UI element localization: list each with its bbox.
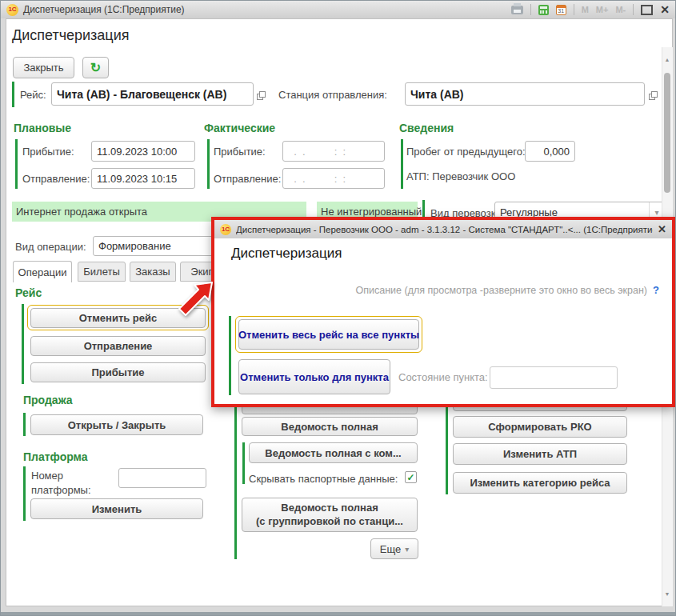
dialog-titlebar: 1С Диспетчеризация - Перевозчик ООО - ad… bbox=[214, 220, 672, 238]
sheet-full-comment-button[interactable]: Ведомость полная с ком... bbox=[249, 442, 418, 463]
scrollbar-thumb[interactable] bbox=[664, 73, 670, 193]
actual-arrival-label: Прибытие: bbox=[214, 146, 266, 158]
memory-recall-button: M bbox=[582, 5, 589, 14]
scroll-down-icon[interactable]: ▼ bbox=[662, 591, 673, 597]
actual-arrival-field[interactable]: . . : : bbox=[282, 141, 385, 162]
calculator-icon[interactable] bbox=[538, 5, 549, 15]
platform-number-input[interactable] bbox=[118, 468, 206, 488]
trip-group-title: Рейс bbox=[15, 286, 42, 299]
window-bottom-edge bbox=[1, 612, 675, 615]
group-accent-line bbox=[242, 442, 245, 484]
change-atp-button[interactable]: Изменить АТП bbox=[453, 443, 627, 465]
1c-logo-icon: 1С bbox=[6, 4, 18, 16]
route-label: Рейс: bbox=[20, 89, 46, 101]
print-icon[interactable] bbox=[511, 6, 523, 14]
arrival-button[interactable]: Прибытие bbox=[30, 362, 206, 382]
hide-passport-label: Скрывать паспортные данные: bbox=[249, 473, 398, 485]
open-station-icon[interactable] bbox=[649, 89, 658, 103]
sheet-full-button[interactable]: Ведомость полная bbox=[242, 417, 418, 436]
change-category-button[interactable]: Изменить категорию рейса bbox=[453, 472, 627, 494]
titlebar-divider bbox=[530, 4, 531, 15]
calendar-icon[interactable]: 31 bbox=[556, 5, 566, 15]
page-title: Диспетчеризация bbox=[12, 27, 129, 44]
planned-departure-field[interactable]: 11.09.2023 10:15 bbox=[91, 168, 195, 189]
station-label: Станция отправления: bbox=[278, 89, 387, 101]
dialog-description-row: Описание (для просмотра -разверните это … bbox=[356, 284, 659, 296]
cancel-all-points-button[interactable]: Отменить весь рейс на все пункты bbox=[238, 319, 419, 350]
sale-group-title: Продажа bbox=[23, 394, 73, 406]
window-title: Диспетчеризация (1С:Предприятие) bbox=[23, 4, 185, 15]
titlebar-divider bbox=[574, 4, 574, 15]
cancel-trip-dialog: 1С Диспетчеризация - Перевозчик ООО - ad… bbox=[211, 217, 675, 407]
planned-group-title: Плановые bbox=[14, 122, 71, 134]
app-window: 1С Диспетчеризация (1С:Предприятие) 31 M… bbox=[0, 0, 676, 616]
memory-minus-button: M- bbox=[615, 5, 626, 14]
actual-departure-label: Отправление: bbox=[214, 173, 281, 185]
window-titlebar: 1С Диспетчеризация (1С:Предприятие) 31 M… bbox=[1, 1, 675, 18]
departure-button[interactable]: Отправление bbox=[30, 336, 206, 356]
operation-kind-label: Вид операции: bbox=[15, 241, 86, 253]
atp-text: АТП: Перевозчик ООО bbox=[406, 170, 515, 182]
planned-arrival-field[interactable]: 11.09.2023 10:00 bbox=[91, 141, 195, 162]
group-accent-line bbox=[207, 139, 210, 189]
dialog-description: Описание (для просмотра -разверните это … bbox=[356, 285, 648, 296]
platform-group-title: Платформа bbox=[23, 450, 88, 463]
memory-plus-button: M+ bbox=[596, 5, 609, 14]
group-accent-line bbox=[23, 413, 26, 436]
change-platform-button[interactable]: Изменить bbox=[30, 498, 203, 519]
1c-logo-icon: 1С bbox=[220, 224, 231, 235]
tab-tickets[interactable]: Билеты bbox=[78, 262, 126, 282]
maximize-icon[interactable] bbox=[641, 5, 653, 15]
actual-group-title: Фактические bbox=[204, 122, 275, 134]
open-route-icon[interactable] bbox=[257, 89, 266, 103]
planned-arrival-label: Прибытие: bbox=[22, 146, 74, 158]
dialog-title: Диспетчеризация - Перевозчик ООО - adm -… bbox=[236, 225, 653, 234]
help-icon[interactable]: ? bbox=[653, 284, 659, 296]
group-accent-line bbox=[229, 316, 231, 395]
group-accent-line bbox=[15, 139, 18, 189]
mileage-field[interactable]: 0,000 bbox=[525, 141, 575, 162]
dialog-heading: Диспетчеризация bbox=[231, 246, 342, 262]
more-button[interactable]: Еще ▾ bbox=[370, 538, 418, 559]
group-accent-line bbox=[12, 82, 14, 107]
scroll-up-icon[interactable]: ▲ bbox=[662, 57, 673, 62]
cancel-point-button[interactable]: Отменить только для пункта bbox=[238, 359, 390, 394]
refresh-icon: ↻ bbox=[90, 60, 101, 75]
point-state-input[interactable] bbox=[490, 366, 618, 389]
close-icon[interactable]: ✕ bbox=[660, 4, 670, 15]
create-rko-button[interactable]: Сформировать РКО bbox=[453, 416, 627, 438]
open-close-sale-button[interactable]: Открыть / Закрыть bbox=[30, 414, 203, 435]
close-form-button[interactable]: Закрыть bbox=[13, 57, 74, 78]
group-accent-line bbox=[22, 304, 24, 384]
group-accent-line bbox=[401, 139, 403, 189]
info-group-title: Сведения bbox=[399, 122, 454, 134]
station-field[interactable]: Чита (АВ) bbox=[405, 82, 645, 106]
planned-departure-label: Отправление: bbox=[22, 173, 90, 185]
check-icon: ✓ bbox=[406, 472, 414, 483]
actual-departure-field[interactable]: . . : : bbox=[282, 168, 385, 189]
annotation-arrow bbox=[169, 278, 220, 324]
sheet-grouped-button[interactable]: Ведомость полная (с группировкой по стан… bbox=[242, 498, 418, 532]
point-state-label: Состояние пункта: bbox=[398, 371, 488, 383]
group-accent-line bbox=[23, 466, 26, 521]
route-field[interactable]: Чита (АВ) - Благовещенск (АВ) bbox=[51, 82, 254, 106]
chevron-down-icon: ▾ bbox=[405, 545, 409, 554]
platform-number-label: Номер платформы: bbox=[31, 469, 111, 498]
titlebar-divider bbox=[633, 4, 634, 15]
hide-passport-checkbox[interactable]: ✓ bbox=[405, 471, 417, 483]
tab-operations[interactable]: Операции bbox=[13, 261, 72, 282]
refresh-button[interactable]: ↻ bbox=[82, 57, 109, 78]
dialog-close-icon[interactable]: ✕ bbox=[658, 224, 666, 234]
mileage-label: Пробег от предыдущего: bbox=[406, 146, 526, 158]
